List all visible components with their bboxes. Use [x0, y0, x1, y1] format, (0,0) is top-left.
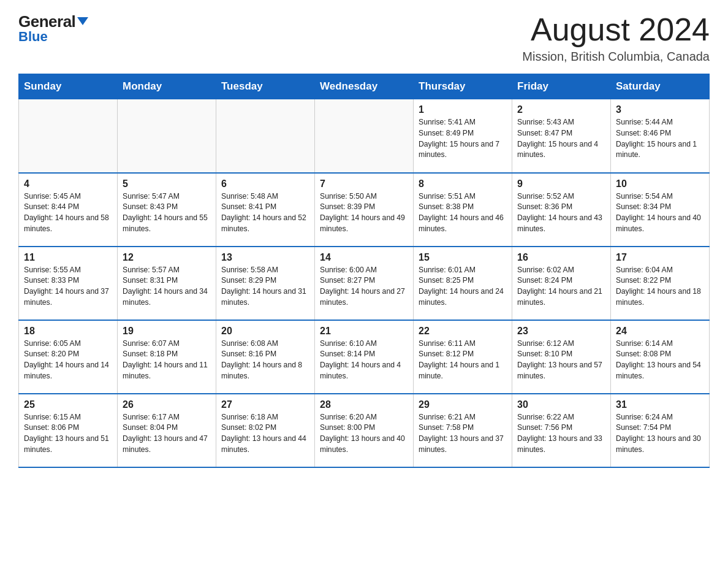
table-row: 5Sunrise: 5:47 AMSunset: 8:43 PMDaylight… [118, 173, 216, 247]
day-number: 7 [320, 178, 408, 190]
table-row: 10Sunrise: 5:54 AMSunset: 8:34 PMDayligh… [611, 173, 710, 247]
calendar-week-row: 4Sunrise: 5:45 AMSunset: 8:44 PMDaylight… [19, 173, 710, 247]
table-row: 2Sunrise: 5:43 AMSunset: 8:47 PMDaylight… [512, 99, 611, 173]
calendar-week-row: 25Sunrise: 6:15 AMSunset: 8:06 PMDayligh… [19, 394, 710, 467]
day-number: 9 [517, 178, 605, 190]
day-number: 12 [123, 252, 211, 263]
header-saturday: Saturday [611, 74, 710, 99]
title-area: August 2024 Mission, British Columbia, C… [522, 12, 710, 64]
day-number: 27 [221, 399, 309, 410]
day-number: 23 [517, 326, 605, 337]
day-number: 28 [320, 399, 408, 410]
day-number: 25 [24, 399, 112, 410]
day-number: 10 [616, 178, 704, 190]
day-info: Sunrise: 5:47 AMSunset: 8:43 PMDaylight:… [123, 191, 211, 235]
day-number: 8 [419, 178, 507, 190]
table-row: 20Sunrise: 6:08 AMSunset: 8:16 PMDayligh… [216, 320, 315, 394]
day-number: 19 [123, 326, 211, 337]
table-row: 19Sunrise: 6:07 AMSunset: 8:18 PMDayligh… [118, 320, 216, 394]
table-row: 1Sunrise: 5:41 AMSunset: 8:49 PMDaylight… [414, 99, 512, 173]
calendar-week-row: 18Sunrise: 6:05 AMSunset: 8:20 PMDayligh… [19, 320, 710, 394]
header-monday: Monday [118, 74, 216, 99]
table-row: 18Sunrise: 6:05 AMSunset: 8:20 PMDayligh… [19, 320, 118, 394]
day-info: Sunrise: 6:21 AMSunset: 7:58 PMDaylight:… [419, 412, 507, 456]
table-row: 7Sunrise: 5:50 AMSunset: 8:39 PMDaylight… [315, 173, 414, 247]
day-info: Sunrise: 6:12 AMSunset: 8:10 PMDaylight:… [517, 339, 605, 382]
table-row: 26Sunrise: 6:17 AMSunset: 8:04 PMDayligh… [118, 394, 216, 467]
day-number: 29 [419, 399, 507, 410]
day-info: Sunrise: 6:18 AMSunset: 8:02 PMDaylight:… [221, 412, 309, 456]
table-row: 27Sunrise: 6:18 AMSunset: 8:02 PMDayligh… [216, 394, 315, 467]
logo-bottom: Blue [18, 29, 48, 45]
table-row [216, 99, 315, 173]
logo: General Blue [18, 12, 88, 45]
table-row: 25Sunrise: 6:15 AMSunset: 8:06 PMDayligh… [19, 394, 118, 467]
day-info: Sunrise: 6:07 AMSunset: 8:18 PMDaylight:… [123, 339, 211, 382]
table-row: 22Sunrise: 6:11 AMSunset: 8:12 PMDayligh… [414, 320, 512, 394]
table-row [315, 99, 414, 173]
day-info: Sunrise: 6:08 AMSunset: 8:16 PMDaylight:… [221, 339, 309, 382]
day-info: Sunrise: 5:51 AMSunset: 8:38 PMDaylight:… [419, 191, 507, 235]
table-row: 9Sunrise: 5:52 AMSunset: 8:36 PMDaylight… [512, 173, 611, 247]
day-number: 2 [517, 104, 605, 115]
table-row: 3Sunrise: 5:44 AMSunset: 8:46 PMDaylight… [611, 99, 710, 173]
day-info: Sunrise: 5:45 AMSunset: 8:44 PMDaylight:… [24, 191, 112, 235]
calendar-week-row: 1Sunrise: 5:41 AMSunset: 8:49 PMDaylight… [19, 99, 710, 173]
table-row: 14Sunrise: 6:00 AMSunset: 8:27 PMDayligh… [315, 247, 414, 320]
table-row [118, 99, 216, 173]
day-info: Sunrise: 5:54 AMSunset: 8:34 PMDaylight:… [616, 191, 704, 235]
table-row: 31Sunrise: 6:24 AMSunset: 7:54 PMDayligh… [611, 394, 710, 467]
day-info: Sunrise: 6:22 AMSunset: 7:56 PMDaylight:… [517, 412, 605, 456]
calendar-week-row: 11Sunrise: 5:55 AMSunset: 8:33 PMDayligh… [19, 247, 710, 320]
day-number: 4 [24, 178, 112, 190]
day-info: Sunrise: 5:44 AMSunset: 8:46 PMDaylight:… [616, 117, 704, 161]
table-row: 16Sunrise: 6:02 AMSunset: 8:24 PMDayligh… [512, 247, 611, 320]
calendar-table: Sunday Monday Tuesday Wednesday Thursday… [18, 74, 710, 468]
day-number: 21 [320, 326, 408, 337]
day-info: Sunrise: 5:41 AMSunset: 8:49 PMDaylight:… [419, 117, 507, 161]
day-info: Sunrise: 5:58 AMSunset: 8:29 PMDaylight:… [221, 265, 309, 308]
day-number: 22 [419, 326, 507, 337]
day-number: 17 [616, 252, 704, 263]
table-row: 4Sunrise: 5:45 AMSunset: 8:44 PMDaylight… [19, 173, 118, 247]
day-number: 6 [221, 178, 309, 190]
table-row: 6Sunrise: 5:48 AMSunset: 8:41 PMDaylight… [216, 173, 315, 247]
header-sunday: Sunday [19, 74, 118, 99]
day-info: Sunrise: 6:17 AMSunset: 8:04 PMDaylight:… [123, 412, 211, 456]
day-info: Sunrise: 5:48 AMSunset: 8:41 PMDaylight:… [221, 191, 309, 235]
day-info: Sunrise: 5:43 AMSunset: 8:47 PMDaylight:… [517, 117, 605, 161]
table-row: 8Sunrise: 5:51 AMSunset: 8:38 PMDaylight… [414, 173, 512, 247]
day-number: 26 [123, 399, 211, 410]
header-friday: Friday [512, 74, 611, 99]
day-info: Sunrise: 6:20 AMSunset: 8:00 PMDaylight:… [320, 412, 408, 456]
day-number: 3 [616, 104, 704, 115]
day-info: Sunrise: 6:01 AMSunset: 8:25 PMDaylight:… [419, 265, 507, 308]
day-info: Sunrise: 6:15 AMSunset: 8:06 PMDaylight:… [24, 412, 112, 456]
location: Mission, British Columbia, Canada [522, 50, 710, 64]
table-row: 30Sunrise: 6:22 AMSunset: 7:56 PMDayligh… [512, 394, 611, 467]
table-row: 17Sunrise: 6:04 AMSunset: 8:22 PMDayligh… [611, 247, 710, 320]
day-info: Sunrise: 5:50 AMSunset: 8:39 PMDaylight:… [320, 191, 408, 235]
day-number: 13 [221, 252, 309, 263]
day-info: Sunrise: 5:55 AMSunset: 8:33 PMDaylight:… [24, 265, 112, 308]
day-info: Sunrise: 6:14 AMSunset: 8:08 PMDaylight:… [616, 339, 704, 382]
day-number: 14 [320, 252, 408, 263]
day-number: 18 [24, 326, 112, 337]
day-number: 15 [419, 252, 507, 263]
day-number: 30 [517, 399, 605, 410]
day-number: 16 [517, 252, 605, 263]
day-info: Sunrise: 6:05 AMSunset: 8:20 PMDaylight:… [24, 339, 112, 382]
day-number: 31 [616, 399, 704, 410]
day-info: Sunrise: 5:57 AMSunset: 8:31 PMDaylight:… [123, 265, 211, 308]
table-row: 13Sunrise: 5:58 AMSunset: 8:29 PMDayligh… [216, 247, 315, 320]
table-row: 29Sunrise: 6:21 AMSunset: 7:58 PMDayligh… [414, 394, 512, 467]
day-info: Sunrise: 6:02 AMSunset: 8:24 PMDaylight:… [517, 265, 605, 308]
day-info: Sunrise: 6:24 AMSunset: 7:54 PMDaylight:… [616, 412, 704, 456]
day-info: Sunrise: 6:00 AMSunset: 8:27 PMDaylight:… [320, 265, 408, 308]
day-number: 24 [616, 326, 704, 337]
table-row: 21Sunrise: 6:10 AMSunset: 8:14 PMDayligh… [315, 320, 414, 394]
day-number: 11 [24, 252, 112, 263]
day-info: Sunrise: 6:10 AMSunset: 8:14 PMDaylight:… [320, 339, 408, 382]
header-tuesday: Tuesday [216, 74, 315, 99]
day-number: 20 [221, 326, 309, 337]
